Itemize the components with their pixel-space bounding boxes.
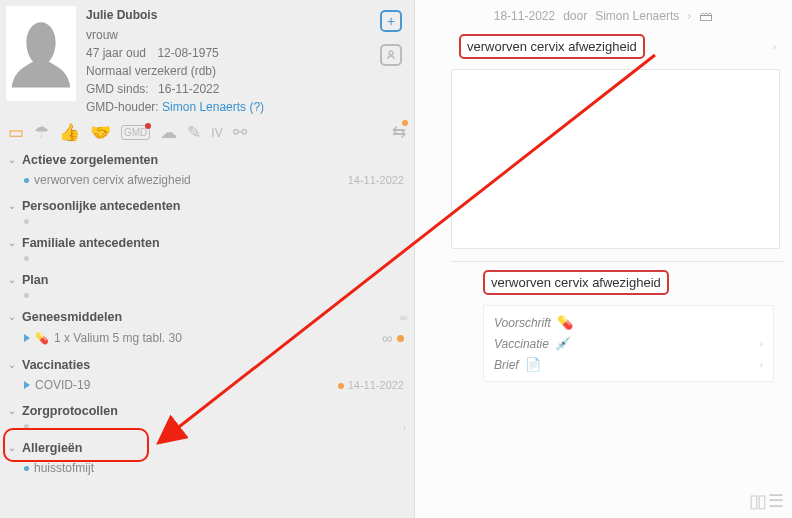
umbrella-icon[interactable]: ☂ <box>34 122 49 143</box>
gmd-since-value: 16-11-2022 <box>158 82 219 96</box>
contact-header: 18-11-2022 door Simon Lenaerts › 🗃 <box>423 4 784 34</box>
section-active-header[interactable]: ⌄ Actieve zorgelementen <box>4 149 410 171</box>
contact-author: Simon Lenaerts <box>595 9 679 23</box>
syringe-icon: 💉 <box>555 336 571 351</box>
action-vaccination[interactable]: Vaccinatie 💉 › <box>494 333 763 354</box>
section-protocols-header[interactable]: ⌄ Zorgprotocollen <box>4 400 410 422</box>
infinity-icon: ∞ <box>382 330 392 346</box>
status-dot-icon <box>397 335 404 342</box>
layout-icons[interactable]: ▯▯ ☰ <box>749 490 782 512</box>
patient-age: 47 jaar oud <box>86 44 146 62</box>
chevron-down-icon: ⌄ <box>8 200 16 211</box>
patient-gender: vrouw <box>86 26 366 44</box>
pencil-icon[interactable]: ✎ <box>187 122 201 143</box>
divider <box>451 261 784 262</box>
chevron-right-icon: › <box>760 338 763 349</box>
action-vaccination-label: Vaccinatie <box>494 337 549 351</box>
chevron-right-icon: › <box>760 359 763 370</box>
section-meds-title: Geneesmiddelen <box>22 310 393 324</box>
bullet-icon <box>24 219 29 224</box>
bullet-icon <box>24 178 29 183</box>
document-icon: 📄 <box>525 357 541 372</box>
section-allergies-header[interactable]: ⌄ Allergieën <box>4 437 410 459</box>
patient-dob: 12-08-1975 <box>157 44 218 62</box>
gmd-icon[interactable]: GMD <box>121 125 150 140</box>
svg-point-0 <box>389 51 393 55</box>
section-family-header[interactable]: ⌄ Familiale antecedenten <box>4 232 410 254</box>
section-protocols-title: Zorgprotocollen <box>22 404 406 418</box>
triangle-icon <box>24 334 30 342</box>
active-item-text: verworven cervix afwezigheid <box>34 173 343 187</box>
section-allergies-title: Allergieën <box>22 441 406 455</box>
section-plan-header[interactable]: ⌄ Plan <box>4 269 410 291</box>
chevron-right-icon[interactable]: › <box>403 422 406 433</box>
handshake-icon[interactable]: 🤝 <box>90 122 111 143</box>
cloud-upload-icon[interactable]: ☁ <box>160 122 177 143</box>
vacc-item[interactable]: COVID-19 14-11-2022 <box>4 376 410 398</box>
gmd-holder-label: GMD-houder: <box>86 100 159 114</box>
expand-icon[interactable]: »» <box>399 312 406 323</box>
section-vacc-title: Vaccinaties <box>22 358 406 372</box>
allergy-item-text: huisstofmijt <box>34 461 404 475</box>
chevron-down-icon: ⌄ <box>8 237 16 248</box>
chevron-down-icon: ⌄ <box>8 311 16 322</box>
chevron-down-icon: ⌄ <box>8 154 16 165</box>
action-prescription[interactable]: Voorschrift 💊 <box>494 312 763 333</box>
gmd-since-label: GMD sinds: <box>86 82 149 96</box>
bullet-icon <box>24 293 29 298</box>
section-personal-title: Persoonlijke antecedenten <box>22 199 406 213</box>
share-icon[interactable]: ⇆ <box>392 122 406 143</box>
toolbar: ▭ ☂ 👍 🤝 GMD ☁ ✎ IV ⚯ ⇆ <box>0 118 414 149</box>
bullet-icon <box>24 466 29 471</box>
patient-card-icon[interactable] <box>380 44 402 66</box>
action-letter-label: Brief <box>494 358 519 372</box>
meds-item-text: 1 x Valium 5 mg tabl. 30 <box>54 331 377 345</box>
note-textarea[interactable] <box>451 69 780 249</box>
active-item-date: 14-11-2022 <box>348 174 404 186</box>
active-item[interactable]: verworven cervix afwezigheid 14-11-2022 <box>4 171 410 193</box>
chevron-down-icon: ⌄ <box>8 442 16 453</box>
actions-panel: Voorschrift 💊 Vaccinatie 💉 › Brief 📄 › <box>483 305 774 382</box>
rx-icon: 💊 <box>35 332 49 345</box>
id-card-icon[interactable]: ▭ <box>8 122 24 143</box>
triangle-icon <box>24 381 30 389</box>
gmd-holder-value[interactable]: Simon Lenaerts (?) <box>162 100 264 114</box>
action-prescription-label: Voorschrift <box>494 316 551 330</box>
chevron-right-icon[interactable]: › <box>687 9 691 23</box>
vacc-item-date: 14-11-2022 <box>348 379 404 391</box>
vacc-item-text: COVID-19 <box>35 378 333 392</box>
patient-info: Julie Dubois vrouw 47 jaar oud 12-08-197… <box>86 6 366 116</box>
section-meds-header[interactable]: ⌄ Geneesmiddelen »» <box>4 306 410 328</box>
bullet-icon <box>24 424 29 429</box>
add-patient-icon[interactable]: + <box>380 10 402 32</box>
section-active-title: Actieve zorgelementen <box>22 153 406 167</box>
contact-date: 18-11-2022 <box>494 9 555 23</box>
pills-icon[interactable]: ⚯ <box>233 122 247 143</box>
chevron-down-icon: ⌄ <box>8 359 16 370</box>
diagnosis-tag[interactable]: verworven cervix afwezigheid <box>459 34 645 59</box>
section-family-title: Familiale antecedenten <box>22 236 406 250</box>
chevron-down-icon: ⌄ <box>8 274 16 285</box>
patient-name: Julie Dubois <box>86 6 366 24</box>
allergy-item[interactable]: huisstofmijt <box>4 459 410 481</box>
pill-icon: 💊 <box>557 315 573 330</box>
diagnosis-tag-2[interactable]: verworven cervix afwezigheid <box>483 270 669 295</box>
section-personal-header[interactable]: ⌄ Persoonlijke antecedenten <box>4 195 410 217</box>
action-letter[interactable]: Brief 📄 › <box>494 354 763 375</box>
chevron-right-icon[interactable]: › <box>773 41 776 52</box>
section-vacc-header[interactable]: ⌄ Vaccinaties <box>4 354 410 376</box>
encounter-type-icon[interactable]: 🗃 <box>699 8 713 24</box>
thumbs-up-icon[interactable]: 👍 <box>59 122 80 143</box>
patient-insurance: Normaal verzekerd (rdb) <box>86 62 366 80</box>
section-plan-title: Plan <box>22 273 406 287</box>
bullet-icon <box>24 256 29 261</box>
chevron-down-icon: ⌄ <box>8 405 16 416</box>
by-label: door <box>563 9 587 23</box>
iv-icon[interactable]: IV <box>211 126 222 140</box>
avatar <box>6 6 76 101</box>
meds-item[interactable]: 💊 1 x Valium 5 mg tabl. 30 ∞ <box>4 328 410 352</box>
